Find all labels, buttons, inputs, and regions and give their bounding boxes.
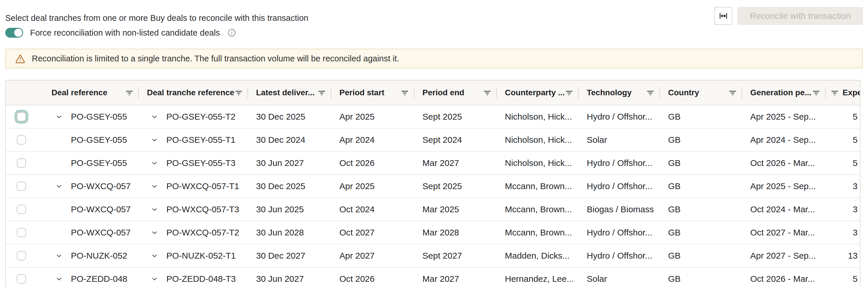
tranche-reference-cell: PO-WXCQ-057-T2 xyxy=(139,228,248,237)
country: GB xyxy=(668,204,681,214)
tranche-reference-cell: PO-GSEY-055-T3 xyxy=(139,158,248,168)
technology: Biogas / Biomass xyxy=(587,204,654,214)
tranche-reference: PO-GSEY-055-T2 xyxy=(166,112,236,122)
filter-icon[interactable] xyxy=(317,88,326,97)
chevron-down-icon[interactable] xyxy=(55,182,64,190)
table-row[interactable]: PO-WXCQ-057PO-WXCQ-057-T130 Dec 2025Apr … xyxy=(6,175,860,198)
row-checkbox[interactable] xyxy=(17,274,26,284)
generation-period: Oct 2024 - Mar... xyxy=(750,204,815,214)
deal-reference: PO-ZEDD-048 xyxy=(71,274,127,284)
chevron-down-icon[interactable] xyxy=(151,252,159,260)
row-checkbox[interactable] xyxy=(17,181,26,191)
deal-reference-cell: PO-NUZK-052 xyxy=(43,251,139,261)
period-start: Oct 2024 xyxy=(339,204,375,214)
column-header-country[interactable]: Country xyxy=(660,81,742,105)
tranche-reference-cell: PO-WXCQ-057-T3 xyxy=(139,204,248,214)
period-end-cell: Mar 2025 xyxy=(414,204,497,214)
table-row[interactable]: PO-NUZK-052PO-NUZK-052-T130 Dec 2027Apr … xyxy=(6,245,860,267)
counterparty-cell: Mccann, Brown... xyxy=(497,204,579,214)
counterparty-cell: Mccann, Brown... xyxy=(497,228,579,237)
filter-icon[interactable] xyxy=(646,88,655,97)
period-end-cell: Sept 2024 xyxy=(414,135,497,145)
column-label: Expect xyxy=(842,88,860,97)
column-header-period_start[interactable]: Period start xyxy=(331,81,414,105)
column-header-generation_period[interactable]: Generation pe... xyxy=(742,81,826,105)
chevron-down-icon[interactable] xyxy=(55,275,64,283)
column-label: Country xyxy=(668,88,699,97)
country-cell: GB xyxy=(660,228,742,237)
reconcile-with-transaction-button[interactable]: Reconcile with transaction xyxy=(738,7,863,25)
period-start-cell: Oct 2026 xyxy=(331,158,414,168)
row-checkbox[interactable] xyxy=(17,112,26,121)
table-row[interactable]: PO-ZEDD-048PO-ZEDD-048-T330 Jun 2027Oct … xyxy=(6,267,860,287)
column-header-latest_delivery[interactable]: Latest deliver... xyxy=(248,81,331,105)
column-label: Counterparty ... xyxy=(505,88,565,97)
chevron-down-icon[interactable] xyxy=(151,182,159,190)
deal-reference-cell: PO-WXCQ-057 xyxy=(43,204,139,214)
counterparty-cell: Nicholson, Hick... xyxy=(497,135,579,145)
column-header-counterparty[interactable]: Counterparty ... xyxy=(497,81,579,105)
technology: Hydro / Offshor... xyxy=(587,251,652,261)
column-header-select[interactable] xyxy=(6,81,43,105)
period-start-cell: Oct 2027 xyxy=(331,228,414,237)
chevron-down-icon[interactable] xyxy=(151,229,159,237)
filter-icon[interactable] xyxy=(565,88,574,97)
deal-reference-cell: PO-WXCQ-057 xyxy=(43,228,139,237)
column-header-technology[interactable]: Technology xyxy=(579,81,660,105)
technology-cell: Hydro / Offshor... xyxy=(579,158,660,168)
expected-cell: 3 xyxy=(826,181,860,191)
filter-icon[interactable] xyxy=(400,88,409,97)
column-header-deal_reference[interactable]: Deal reference xyxy=(43,81,139,105)
deal-reference: PO-WXCQ-057 xyxy=(71,204,131,214)
row-checkbox[interactable] xyxy=(17,159,26,168)
period-start: Oct 2026 xyxy=(339,274,375,284)
tranche-reference: PO-ZEDD-048-T3 xyxy=(166,274,236,284)
row-checkbox[interactable] xyxy=(17,251,26,260)
filter-icon[interactable] xyxy=(483,88,492,97)
column-header-tranche_reference[interactable]: Deal tranche reference xyxy=(139,81,248,105)
deal-reference: PO-GSEY-055 xyxy=(71,158,127,168)
filter-icon[interactable] xyxy=(235,88,243,97)
filter-icon[interactable] xyxy=(830,88,839,97)
table-row[interactable]: PO-WXCQ-057PO-WXCQ-057-T330 Jun 2025Oct … xyxy=(6,198,860,221)
column-header-expected[interactable]: Expect xyxy=(826,81,860,105)
tranche-reference-cell: PO-WXCQ-057-T1 xyxy=(139,181,248,191)
expected-cell: 3 xyxy=(826,204,860,214)
table-row[interactable]: PO-GSEY-055PO-GSEY-055-T230 Dec 2025Apr … xyxy=(6,106,860,128)
force-reconciliation-toggle[interactable] xyxy=(5,28,23,38)
filter-icon[interactable] xyxy=(812,88,820,97)
warning-banner: Reconciliation is limited to a single tr… xyxy=(5,49,863,68)
filter-icon[interactable] xyxy=(728,88,737,97)
chevron-down-icon[interactable] xyxy=(151,205,159,213)
row-checkbox[interactable] xyxy=(17,135,26,145)
chevron-down-icon[interactable] xyxy=(151,136,159,144)
country: GB xyxy=(668,228,681,237)
counterparty: Mccann, Brown... xyxy=(505,204,572,214)
tranche-reference-cell: PO-NUZK-052-T1 xyxy=(139,251,248,261)
period-end-cell: Sept 2025 xyxy=(414,112,497,122)
row-checkbox[interactable] xyxy=(17,228,26,237)
filter-icon[interactable] xyxy=(125,88,134,97)
column-resize-button[interactable] xyxy=(714,7,732,25)
country: GB xyxy=(668,158,681,168)
expected-value: 5 xyxy=(852,112,858,122)
chevron-down-icon[interactable] xyxy=(151,275,159,283)
chevron-down-icon[interactable] xyxy=(55,113,64,121)
table-row[interactable]: PO-GSEY-055PO-GSEY-055-T130 Dec 2024Apr … xyxy=(6,128,860,152)
column-header-period_end[interactable]: Period end xyxy=(414,81,497,105)
chevron-down-icon[interactable] xyxy=(151,113,159,121)
chevron-down-icon[interactable] xyxy=(151,159,159,167)
row-checkbox[interactable] xyxy=(17,205,26,214)
deal-reference-cell: PO-ZEDD-048 xyxy=(43,274,139,284)
row-select-cell xyxy=(6,181,43,191)
table-row[interactable]: PO-WXCQ-057PO-WXCQ-057-T230 Jun 2028Oct … xyxy=(6,221,860,245)
table-row[interactable]: PO-GSEY-055PO-GSEY-055-T330 Jun 2027Oct … xyxy=(6,152,860,175)
counterparty: Mccann, Brown... xyxy=(505,228,572,237)
info-circle-icon[interactable] xyxy=(227,28,236,37)
country: GB xyxy=(668,251,681,261)
deal-reference: PO-GSEY-055 xyxy=(71,135,127,145)
chevron-down-icon[interactable] xyxy=(55,252,64,260)
period-start: Apr 2025 xyxy=(339,112,375,122)
country-cell: GB xyxy=(660,112,742,122)
latest-delivery: 30 Dec 2025 xyxy=(256,181,305,191)
